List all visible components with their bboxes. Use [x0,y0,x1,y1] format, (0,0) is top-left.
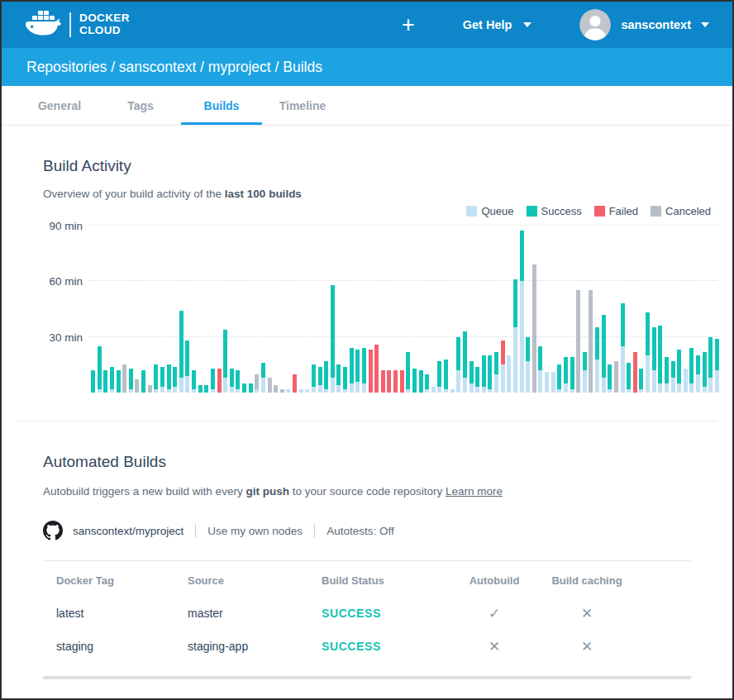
build-bar-87[interactable] [633,352,637,393]
build-bar-31[interactable] [280,389,284,393]
build-bar-82[interactable] [602,315,606,393]
build-bar-6[interactable] [122,364,126,393]
build-bar-36[interactable] [312,364,316,393]
build-bar-25[interactable] [242,383,246,393]
learn-more-link[interactable]: Learn more [446,485,503,498]
build-bar-79[interactable] [583,352,587,393]
repo-name[interactable]: sanscontext/myproject [73,525,184,537]
build-bar-52[interactable] [412,369,417,393]
build-bar-32[interactable] [286,389,290,393]
build-bar-11[interactable] [154,364,158,393]
build-bar-16[interactable] [185,340,189,393]
build-bar-72[interactable] [538,346,542,393]
build-bar-17[interactable] [192,370,196,393]
build-bar-46[interactable] [374,345,379,393]
build-bar-93[interactable] [671,361,675,393]
build-bar-57[interactable] [444,360,448,393]
build-bar-29[interactable] [268,378,272,393]
build-bar-19[interactable] [204,385,208,393]
build-bar-81[interactable] [595,327,599,393]
build-bar-62[interactable] [475,367,479,393]
build-bar-53[interactable] [419,370,423,393]
build-bar-85[interactable] [621,303,625,393]
build-bar-68[interactable] [513,279,517,393]
build-bar-98[interactable] [703,352,707,393]
build-bar-22[interactable] [223,330,227,393]
build-bar-2[interactable] [98,346,102,393]
tab-general[interactable]: General [19,86,100,125]
build-bar-63[interactable] [482,355,486,393]
tab-tags[interactable]: Tags [100,86,181,125]
build-bar-92[interactable] [665,357,669,393]
tab-builds[interactable]: Builds [181,86,262,125]
build-bar-24[interactable] [236,370,240,393]
build-bar-69[interactable] [520,231,524,393]
build-bar-48[interactable] [387,370,391,393]
build-status-cell[interactable]: SUCCESS [322,640,454,653]
build-bar-4[interactable] [110,367,114,393]
build-bar-45[interactable] [369,350,373,393]
build-bar-80[interactable] [589,290,593,393]
own-nodes-option[interactable]: Use my own nodes [207,525,303,537]
build-bar-26[interactable] [249,383,253,393]
build-bar-42[interactable] [350,348,354,393]
build-caching-cross-icon[interactable]: ✕ [535,605,639,622]
build-bar-37[interactable] [318,367,322,393]
build-bar-5[interactable] [117,370,121,393]
build-bar-15[interactable] [179,311,184,393]
build-bar-39[interactable] [331,285,335,393]
build-bar-54[interactable] [425,374,429,393]
build-bar-33[interactable] [293,374,297,393]
build-bar-70[interactable] [526,337,530,393]
build-bar-96[interactable] [689,348,693,393]
breadcrumb[interactable]: Repositories / sanscontext / myproject /… [26,59,322,76]
build-bar-44[interactable] [362,348,366,393]
build-bar-8[interactable] [135,379,139,393]
build-bar-78[interactable] [576,290,580,393]
build-bar-60[interactable] [463,331,467,393]
build-bar-67[interactable] [507,355,511,393]
build-bar-1[interactable] [91,370,95,393]
build-bar-64[interactable] [488,355,492,393]
build-bar-56[interactable] [437,361,441,393]
build-bar-28[interactable] [261,363,265,393]
build-bar-88[interactable] [639,369,643,393]
build-bar-84[interactable] [614,361,618,393]
build-bar-43[interactable] [355,350,360,393]
build-bar-66[interactable] [501,340,505,393]
build-bar-91[interactable] [658,326,662,393]
build-bar-100[interactable] [715,339,719,393]
build-bar-38[interactable] [324,361,328,393]
build-bar-97[interactable] [696,355,700,393]
build-bar-47[interactable] [381,370,385,393]
build-bar-40[interactable] [336,364,341,393]
build-bar-59[interactable] [456,337,460,393]
build-bar-34[interactable] [299,389,303,393]
build-bar-89[interactable] [646,312,650,393]
build-bar-90[interactable] [652,327,656,393]
build-bar-50[interactable] [400,370,404,393]
build-bar-7[interactable] [129,369,133,393]
build-bar-35[interactable] [305,389,309,393]
build-bar-30[interactable] [274,385,278,393]
build-bar-77[interactable] [570,357,574,393]
build-bar-99[interactable] [708,337,713,393]
build-bar-20[interactable] [211,369,215,393]
build-bar-23[interactable] [230,369,234,393]
get-help-menu[interactable]: Get Help [463,18,532,31]
build-bar-41[interactable] [343,367,347,393]
build-bar-13[interactable] [167,364,171,393]
build-caching-cross-icon[interactable]: ✕ [535,638,639,655]
build-bar-73[interactable] [545,372,549,393]
build-bar-86[interactable] [627,363,631,393]
build-bar-71[interactable] [532,264,536,393]
autobuild-check-icon[interactable]: ✓ [454,605,535,622]
build-bar-75[interactable] [557,364,561,393]
build-bar-10[interactable] [148,385,152,393]
build-bar-9[interactable] [141,370,145,393]
build-bar-95[interactable] [684,369,688,393]
create-button[interactable]: + [397,14,420,36]
tab-timeline[interactable]: Timeline [262,86,343,125]
build-bar-18[interactable] [198,385,203,393]
build-bar-3[interactable] [103,370,107,393]
